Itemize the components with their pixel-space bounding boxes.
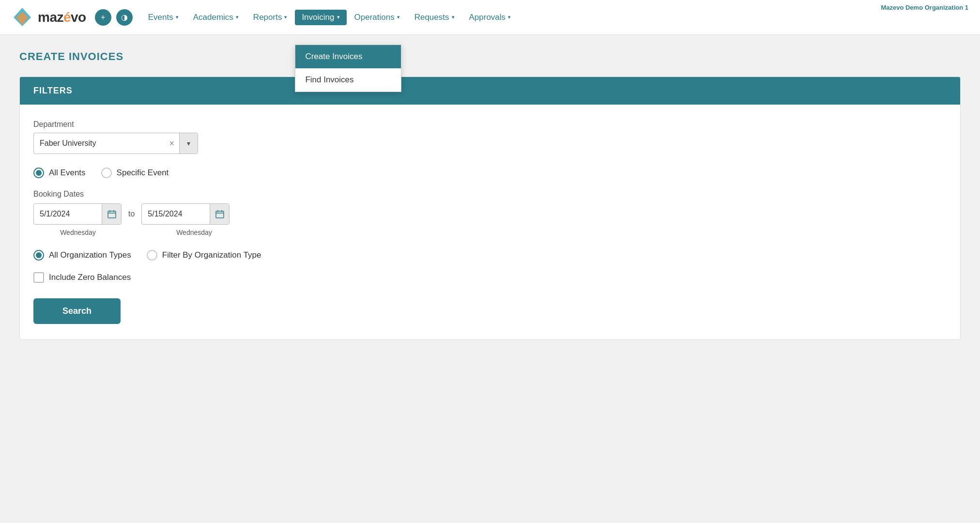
event-type-radio-group: All Events Specific Event xyxy=(33,168,947,178)
date-from-calendar-button[interactable] xyxy=(102,204,121,224)
radio-all-events[interactable]: All Events xyxy=(33,168,86,178)
radio-specific-event[interactable]: Specific Event xyxy=(101,168,169,178)
logo-area: mazévo xyxy=(12,7,86,28)
nav-item-invoicing-wrapper: Invoicing ▾ Create Invoices Find Invoice… xyxy=(295,10,346,25)
booking-dates-label: Booking Dates xyxy=(33,190,947,199)
main-nav: Events ▾ Academics ▾ Reports ▾ Invoicing… xyxy=(141,10,968,25)
nav-item-academics[interactable]: Academics ▾ xyxy=(186,10,245,25)
date-to-separator: to xyxy=(128,210,135,218)
radio-specific-event-circle xyxy=(101,168,112,178)
department-clear-button[interactable]: × xyxy=(164,138,179,149)
radio-filter-org-type-circle xyxy=(147,250,157,261)
page-title: CREATE INVOICES xyxy=(19,50,961,63)
date-to-input-wrapper xyxy=(141,203,230,225)
chevron-down-icon: ▾ xyxy=(452,14,455,20)
filters-body: Department Faber University × ▾ All Even… xyxy=(20,105,960,339)
date-from-input[interactable] xyxy=(34,210,102,218)
search-button[interactable]: Search xyxy=(33,298,121,324)
date-from-input-wrapper xyxy=(33,203,122,225)
date-to-day-label: Wednesday xyxy=(150,229,239,236)
svg-rect-2 xyxy=(108,211,116,218)
filters-header: FILTERS xyxy=(20,77,960,105)
zero-balances-checkbox[interactable] xyxy=(33,272,44,283)
zero-balances-label: Include Zero Balances xyxy=(49,273,131,282)
nav-item-requests[interactable]: Requests ▾ xyxy=(408,10,461,25)
logo-icon xyxy=(12,7,33,28)
radio-all-org-types[interactable]: All Organization Types xyxy=(33,250,131,261)
nav-item-invoicing[interactable]: Invoicing ▾ xyxy=(295,10,346,25)
radio-filter-org-type[interactable]: Filter By Organization Type xyxy=(147,250,261,261)
radio-all-org-types-circle xyxy=(33,250,44,261)
department-select[interactable]: Faber University × ▾ xyxy=(33,133,198,154)
booking-dates-day-row: Wednesday Wednesday xyxy=(33,229,947,236)
chart-icon-button[interactable]: ◑ xyxy=(116,9,133,26)
nav-item-approvals[interactable]: Approvals ▾ xyxy=(462,10,518,25)
department-dropdown-arrow[interactable]: ▾ xyxy=(179,133,198,154)
org-label: Mazevo Demo Organization 1 xyxy=(881,4,968,11)
date-to-calendar-button[interactable] xyxy=(210,204,229,224)
chevron-down-icon: ▾ xyxy=(508,14,511,20)
zero-balances-row: Include Zero Balances xyxy=(33,272,947,283)
chevron-down-icon: ▾ xyxy=(176,14,179,20)
radio-all-events-circle xyxy=(33,168,44,178)
date-from-day-label: Wednesday xyxy=(33,229,122,236)
svg-rect-6 xyxy=(216,211,224,218)
department-value: Faber University xyxy=(34,139,164,148)
chevron-down-icon: ▾ xyxy=(284,14,287,20)
chevron-down-icon: ▾ xyxy=(337,14,340,20)
page-content: CREATE INVOICES FILTERS Department Faber… xyxy=(0,35,980,355)
invoicing-dropdown-menu: Create Invoices Find Invoices xyxy=(295,45,401,92)
filters-panel: FILTERS Department Faber University × ▾ … xyxy=(19,77,961,340)
org-type-radio-group: All Organization Types Filter By Organiz… xyxy=(33,250,947,261)
calendar-icon xyxy=(215,210,224,218)
nav-quick-actions: + ◑ xyxy=(95,9,133,26)
calendar-icon xyxy=(107,210,116,218)
logo-text: mazévo xyxy=(38,10,86,25)
dropdown-item-create-invoices[interactable]: Create Invoices xyxy=(295,45,401,68)
add-icon-button[interactable]: + xyxy=(95,9,111,26)
chevron-down-icon: ▾ xyxy=(397,14,400,20)
department-label: Department xyxy=(33,120,947,129)
nav-item-operations[interactable]: Operations ▾ xyxy=(348,10,407,25)
nav-item-events[interactable]: Events ▾ xyxy=(141,10,185,25)
nav-item-reports[interactable]: Reports ▾ xyxy=(246,10,294,25)
dropdown-item-find-invoices[interactable]: Find Invoices xyxy=(295,68,401,92)
top-navigation-bar: Mazevo Demo Organization 1 mazévo + ◑ Ev… xyxy=(0,0,980,35)
date-to-input[interactable] xyxy=(142,210,210,218)
chevron-down-icon: ▾ xyxy=(236,14,239,20)
booking-dates-row: to xyxy=(33,203,947,225)
